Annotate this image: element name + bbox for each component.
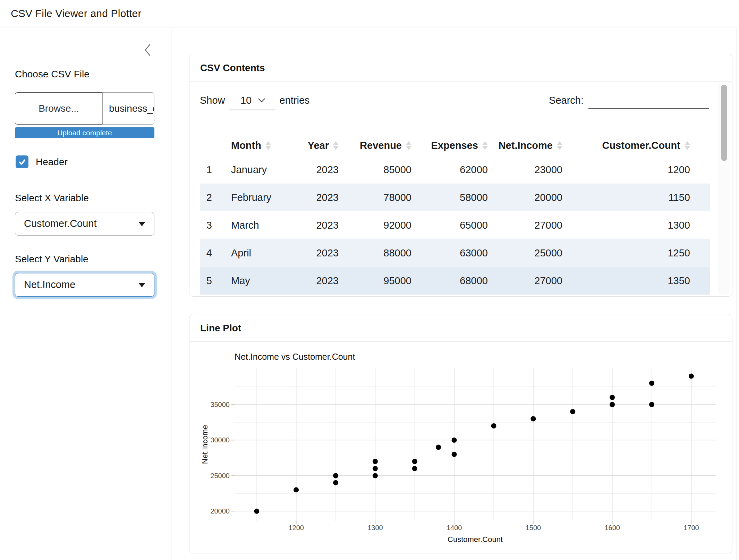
svg-text:1600: 1600 [604,524,620,532]
column-header-expenses[interactable]: Expenses [411,135,488,156]
table-cell: 5 [200,267,212,295]
table-cell: April [212,239,309,267]
table-cell: January [212,156,309,184]
table-row[interactable]: 1January20238500062000230001200 [200,156,710,184]
column-label: Net.Income [499,140,553,151]
checkmark-icon [18,158,26,166]
column-header-customer-count[interactable]: Customer.Count [562,135,710,156]
table-cell: 20000 [488,184,562,211]
table-cell: 2023 [309,156,339,184]
table-cell: 78000 [339,184,411,211]
caret-down-icon [138,283,145,287]
csv-contents-card: CSV Contents Show 10 entries Search: [189,54,732,297]
table-cell: March [212,211,309,239]
table-cell: 23000 [488,156,562,184]
table-cell: 27000 [488,267,562,295]
svg-text:Net.Income: Net.Income [201,425,209,464]
svg-text:20000: 20000 [210,507,230,515]
column-label: Expenses [431,140,478,151]
main-content: CSV Contents Show 10 entries Search: [171,28,739,560]
table-cell: February [212,184,309,211]
table-cell: 88000 [339,239,411,267]
file-input-label: Choose CSV File [15,69,90,80]
browse-button[interactable]: Browse... [15,92,103,125]
table-cell: 65000 [411,211,488,239]
column-header-revenue[interactable]: Revenue [339,135,411,156]
search-input[interactable] [588,95,709,109]
app-window: CSV File Viewer and Plotter Choose CSV F… [0,0,739,560]
header-checkbox-row[interactable]: Header [16,155,68,168]
csv-card-title: CSV Contents [189,54,732,82]
table-row[interactable]: 5May20239500068000270001350 [200,267,710,295]
table-cell: 4 [200,239,212,267]
table-scrollbar-track[interactable] [718,82,730,294]
svg-text:25000: 25000 [210,472,230,480]
column-header-month[interactable]: Month [212,135,309,156]
top-bar: CSV File Viewer and Plotter [0,0,739,27]
svg-text:Customer.Count: Customer.Count [448,535,503,544]
table-cell: 1150 [562,184,710,211]
svg-text:1300: 1300 [367,524,383,532]
table-cell: 3 [200,211,212,239]
upload-progress-bar: Upload complete [15,127,154,138]
table-cell: 25000 [488,239,562,267]
entries-label: entries [280,95,310,106]
table-cell: 27000 [488,211,562,239]
header-checkbox[interactable] [16,155,28,168]
scatter-plot: 1200130014001500160017002000025000300003… [189,342,732,553]
sort-icon [557,141,562,150]
sort-icon [406,141,411,150]
table-cell: 92000 [339,211,411,239]
y-variable-value: Net.Income [24,273,75,296]
chevron-left-icon [143,42,153,58]
table-header-row: MonthYearRevenueExpensesNet.IncomeCustom… [200,135,710,156]
sort-icon [265,141,271,150]
column-header-net-income[interactable]: Net.Income [488,135,562,156]
table-cell: 2 [200,184,212,211]
show-label: Show [200,95,225,106]
sort-icon [333,141,339,150]
x-select-label: Select X Variable [15,193,89,204]
table-cell: 1250 [562,239,710,267]
datatable-controls: Show 10 entries Search: [200,95,709,114]
content-right-divider [737,28,737,560]
sort-icon [482,141,488,150]
table-cell: 2023 [309,211,339,239]
svg-text:1400: 1400 [447,524,462,532]
svg-text:30000: 30000 [210,436,230,444]
page-length-control: Show 10 entries [200,95,310,110]
column-label: Year [308,140,329,151]
sidebar-collapse-button[interactable] [143,42,153,58]
sidebar: Choose CSV File Browse... business_data.… [0,28,171,560]
page-title: CSV File Viewer and Plotter [11,8,142,19]
table-row[interactable]: 2February20237800058000200001150 [200,184,710,211]
chevron-down-icon [258,95,265,102]
svg-text:Net.Income vs Customer.Count: Net.Income vs Customer.Count [235,352,355,362]
sort-icon [685,141,690,150]
y-select-label: Select Y Variable [15,254,88,265]
search-label: Search: [549,95,584,106]
table-row[interactable]: 4April20238800063000250001250 [200,239,710,267]
page-length-select[interactable]: 10 [229,95,275,110]
search-control: Search: [549,95,709,109]
table-cell: 2023 [309,267,339,295]
svg-text:35000: 35000 [210,401,230,408]
page-length-value: 10 [240,95,252,106]
column-header-year[interactable]: Year [309,135,339,156]
table-cell: May [212,267,309,295]
table-scrollbar-thumb[interactable] [721,85,727,161]
plot-card-body: 1200130014001500160017002000025000300003… [189,342,732,553]
table-cell: 95000 [339,267,411,295]
line-plot-card: Line Plot 120013001400150016001700200002… [189,314,732,553]
csv-table: MonthYearRevenueExpensesNet.IncomeCustom… [200,135,710,295]
x-variable-select[interactable]: Customer.Count [15,212,154,236]
filename-field[interactable]: business_data.csv [102,92,154,125]
table-cell: 62000 [411,156,488,184]
csv-card-body: Show 10 entries Search: MonthYearRe [189,82,732,295]
x-variable-value: Customer.Count [24,212,97,235]
table-cell: 1350 [562,267,710,295]
y-variable-select[interactable]: Net.Income [15,273,154,297]
table-row[interactable]: 3March20239200065000270001300 [200,211,710,239]
svg-text:1700: 1700 [683,524,699,532]
table-cell: 2023 [309,239,339,267]
